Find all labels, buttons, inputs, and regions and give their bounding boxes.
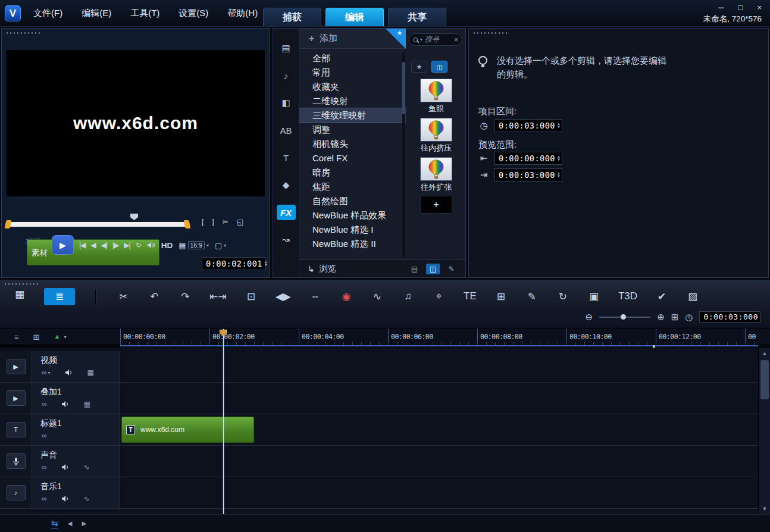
scrollbar-thumb[interactable] [402,62,405,114]
transition-library-icon[interactable]: ◧ [277,95,296,111]
library-category[interactable]: 暗房 [299,165,406,180]
track-content[interactable]: T www.x6d.com [120,414,758,445]
library-category[interactable]: 收藏夹 [299,80,406,94]
motion-tracking-button[interactable]: ⌖ [433,290,446,303]
media-library-icon[interactable]: ▤ [277,40,296,56]
pan-zoom-button[interactable]: ⇔ [309,290,322,303]
browse-button[interactable]: ↳ 浏览 [308,264,336,274]
speaker-icon[interactable] [147,242,155,249]
mute-toggle[interactable] [61,495,70,502]
timeline-view-button[interactable]: ≣ [44,288,75,305]
track-manager-icon[interactable]: ≡ [14,333,19,342]
trim-start-handle[interactable] [5,220,12,229]
scroll-down-arrow[interactable]: ▼ [759,503,770,514]
scroll-left-arrow[interactable]: ◀ [68,520,73,527]
library-category[interactable]: 相机镜头 [299,137,406,151]
project-duration-field[interactable]: 0:00:03:000 [494,119,562,132]
scrubber-position-marker[interactable] [130,214,138,220]
range-start-field[interactable]: 0:00:00:000 [494,152,562,165]
panel-grip[interactable] [5,283,39,285]
mute-toggle[interactable] [61,464,70,471]
tab-share[interactable]: 共享 [388,8,446,26]
add-label[interactable]: 添加 [320,33,337,44]
tab-capture[interactable]: 捕获 [263,8,321,26]
graphic-library-icon[interactable]: ◆ [277,177,296,193]
library-category[interactable]: 自然绘图 [299,194,406,208]
library-category[interactable]: 焦距 [299,180,406,194]
track-content[interactable] [120,446,758,477]
add-effect-tile[interactable]: + [420,196,452,214]
category-scrollbar[interactable] [402,52,405,257]
frame-grab-button[interactable]: ⊡ [245,290,258,303]
library-category[interactable]: NewBlue 样品效果 [299,208,406,223]
filter-library-icon[interactable]: FX [277,205,296,220]
spinner-icon[interactable] [265,261,267,267]
spinner-icon[interactable] [558,123,560,129]
library-category[interactable]: 调整 [299,123,406,137]
library-category[interactable]: 常用 [299,65,406,80]
preview-timecode[interactable]: 0:00:02:001 [202,257,266,270]
menu-item[interactable]: 文件(F) [33,8,62,19]
mute-toggle[interactable] [65,369,73,376]
smart-filter-button[interactable]: ★ [411,61,427,73]
audio-library-icon[interactable]: ♪ [277,68,296,83]
prev-frame-button[interactable]: ◀| [101,241,107,249]
menu-item[interactable]: 帮助(H) [227,8,258,19]
effect-thumbnail[interactable] [420,118,452,142]
hd-toggle[interactable]: HD [161,241,173,250]
track-content[interactable] [120,351,758,382]
link-toggle[interactable]: ∞ [42,431,47,440]
menu-item[interactable]: 工具(T) [130,8,159,19]
zoom-in-button[interactable]: ⊕ [657,312,665,323]
voice-track-icon[interactable] [0,446,32,477]
grid-view-button[interactable]: ◫ [431,61,447,73]
redo-button[interactable]: ↷ [179,290,192,303]
undo-button[interactable]: ↶ [148,290,161,303]
aspect-ratio-button[interactable]: ▦ 16:9 ▾ [179,241,209,250]
menu-item[interactable]: 设置(S) [179,8,208,19]
close-button[interactable]: × [757,3,762,12]
split-button[interactable]: ◀▶ [276,290,291,303]
storyboard-view-button[interactable]: ▦ [13,288,26,305]
link-toggle[interactable]: ∞ [42,463,47,471]
tab-edit[interactable]: 编辑 [325,8,384,26]
fade-toggle[interactable]: ∿ [84,463,90,471]
multi-trim-button[interactable]: ✂ [117,290,130,303]
panel-grip[interactable] [474,32,508,34]
library-category[interactable]: 二维映射 [299,94,406,108]
subtitle-editor-button[interactable]: TE [464,290,477,303]
timeline-ruler[interactable]: 00:00:00:0000:00:02:0000:00:04:0000:00:0… [120,328,758,345]
grid-lines-button[interactable]: ▢ ▾ [215,241,226,250]
title-library-icon[interactable]: T [277,150,296,165]
ab-transition-icon[interactable]: AB [277,123,296,138]
deform-tool-button[interactable]: ↻ [556,290,569,303]
slider-knob[interactable] [621,314,626,320]
clear-search-icon[interactable]: × [454,36,458,44]
app-logo[interactable]: V [5,5,21,21]
options-panel-icon[interactable]: ◫ [426,264,440,274]
effect-thumbnail[interactable] [420,157,452,181]
link-toggle[interactable]: ∞ [42,495,47,503]
mosaic-toggle[interactable]: ▦ [84,400,90,408]
zoom-out-button[interactable]: ⊖ [586,312,593,323]
go-start-button[interactable]: |◀ [79,241,85,249]
link-toggle[interactable]: ∞▾ [42,368,51,377]
trim-end-handle[interactable] [184,220,191,229]
mark-out-icon[interactable]: ] [212,218,213,226]
color-grading-button[interactable]: ◉ [340,290,353,303]
link-toggle[interactable]: ∞ [42,400,47,408]
motion-path-icon[interactable]: ↝ [277,232,296,248]
next-frame-button[interactable]: |▶ [112,241,118,249]
effect-thumbnail[interactable] [420,79,452,102]
effect-item[interactable]: 往外扩张 [420,157,452,193]
trim-bar[interactable] [8,222,187,227]
zoom-slider[interactable] [599,317,650,318]
panel-grip[interactable] [7,32,41,34]
auto-music-button[interactable]: ♫ [402,290,415,303]
title-track-icon[interactable]: T [0,414,32,445]
enlarge-preview-icon[interactable]: ◱ [237,218,243,226]
auto-scroll-icon[interactable]: ⇆ [51,518,58,528]
fit-project-button[interactable]: ⊞ [671,312,679,323]
library-category[interactable]: 全部 [299,51,406,65]
duration-button[interactable]: ⇤⇥ [209,290,227,303]
